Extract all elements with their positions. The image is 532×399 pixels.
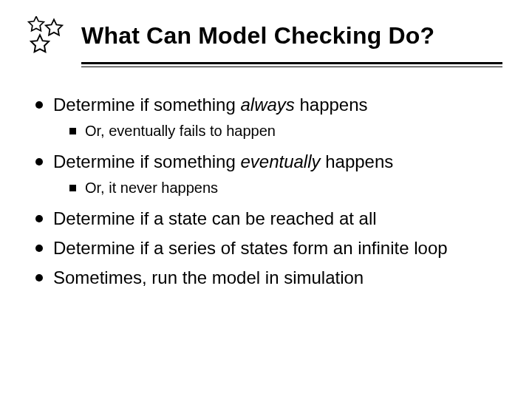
bullet-level1: Determine if something always happens: [35, 94, 502, 116]
bullet-level2: Or, it never happens: [69, 179, 502, 197]
bullet-text: Determine if a series of states form an …: [53, 237, 448, 259]
bullet-text: Sometimes, run the model in simulation: [53, 267, 364, 289]
bullet-text: Or, eventually fails to happen: [85, 122, 276, 140]
square-bullet-icon: [69, 185, 76, 191]
gears-logo-icon: [22, 16, 71, 58]
svg-marker-2: [31, 35, 49, 52]
slide-body: Determine if something always happens Or…: [22, 94, 510, 289]
bullet-text: Determine if something always happens: [53, 94, 368, 116]
svg-marker-0: [29, 16, 44, 31]
bullet-icon: [35, 274, 43, 282]
slide-title: What Can Model Checking Do?: [81, 15, 434, 50]
bullet-icon: [35, 215, 43, 222]
bullet-icon: [35, 245, 43, 252]
bullet-level1: Sometimes, run the model in simulation: [35, 267, 502, 289]
bullet-icon: [35, 158, 43, 166]
bullet-text: Determine if something eventually happen…: [53, 151, 393, 173]
svg-marker-1: [46, 19, 62, 35]
bullet-text: Determine if a state can be reached at a…: [53, 208, 377, 230]
bullet-level1: Determine if something eventually happen…: [35, 151, 502, 173]
bullet-level2: Or, eventually fails to happen: [69, 122, 502, 140]
slide-header: What Can Model Checking Do?: [22, 15, 510, 58]
bullet-level1: Determine if a state can be reached at a…: [35, 208, 502, 230]
title-underline: [81, 62, 502, 67]
bullet-text: Or, it never happens: [85, 179, 218, 197]
bullet-icon: [35, 101, 43, 109]
square-bullet-icon: [69, 128, 76, 134]
bullet-level1: Determine if a series of states form an …: [35, 237, 502, 259]
